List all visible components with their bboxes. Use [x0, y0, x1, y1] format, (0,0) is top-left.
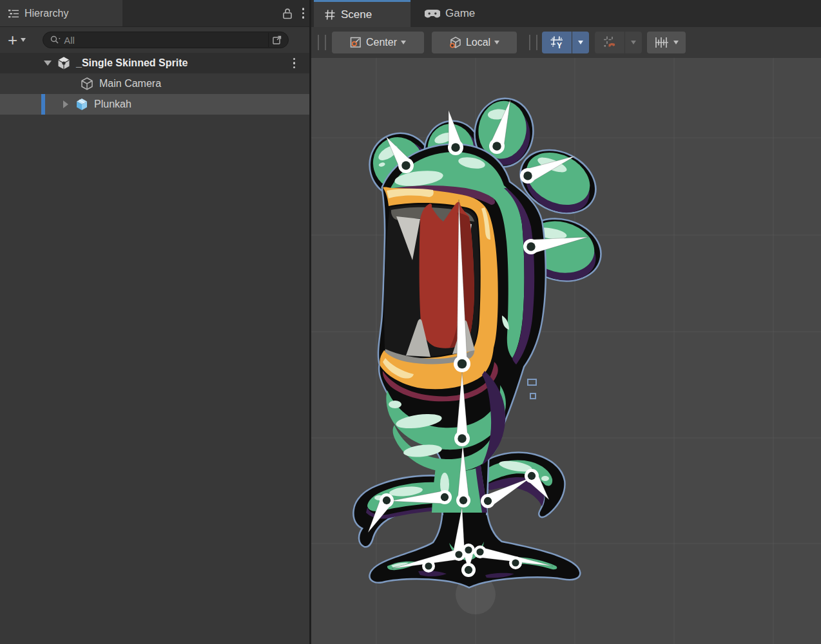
gameobject-row-camera[interactable]: Main Camera — [0, 73, 309, 94]
selection-outline-fragment — [528, 379, 536, 399]
search-text-field[interactable] — [63, 34, 268, 46]
grid-axis-icon: Y — [550, 35, 564, 50]
bone-joint[interactable] — [461, 563, 476, 577]
scene-header-row[interactable]: _Single Skinned Sprite — [0, 53, 309, 73]
unity-editor: Hierarchy + — [0, 0, 821, 644]
scene-grid-icon — [324, 9, 336, 21]
bone-joint[interactable] — [523, 239, 539, 254]
bone-joint[interactable] — [438, 490, 452, 504]
chevron-down-icon — [673, 41, 679, 44]
search-icon — [50, 35, 63, 45]
bone-joint[interactable] — [380, 493, 394, 507]
tab-game[interactable]: Game — [414, 0, 505, 27]
bone-joint[interactable] — [481, 494, 495, 508]
grid-snap-dropdown[interactable] — [625, 32, 642, 53]
scene-canvas[interactable] — [311, 58, 821, 644]
tab-scene[interactable]: Scene — [314, 0, 410, 27]
gameobject-name: Plunkah — [94, 99, 131, 110]
chevron-down-icon — [21, 38, 26, 42]
snap-magnet-icon — [603, 35, 617, 50]
bone-joint[interactable] — [456, 493, 470, 507]
bone-joint[interactable] — [509, 556, 522, 569]
add-object-button[interactable]: + — [8, 33, 26, 46]
hierarchy-tree: _Single Skinned Sprite Main Camera — [0, 53, 309, 115]
pivot-mode-label: Center — [366, 37, 397, 48]
bone-joint[interactable] — [454, 431, 470, 446]
pivot-center-icon — [350, 37, 362, 49]
bone-joint[interactable] — [448, 140, 463, 155]
snap-increment-icon — [654, 35, 670, 50]
unity-scene-icon — [57, 56, 71, 70]
scene-toolbar: Center Local Y — [311, 27, 821, 59]
lock-icon[interactable] — [282, 7, 293, 20]
game-tab-label: Game — [445, 7, 475, 20]
bone-joint[interactable] — [398, 158, 414, 173]
prefab-cube-icon — [75, 97, 89, 111]
hierarchy-icon — [8, 8, 19, 19]
plus-icon: + — [8, 33, 17, 46]
selection-accent-bar — [41, 94, 45, 115]
scene-panel: Scene Game Center — [311, 0, 821, 644]
svg-text:Y: Y — [557, 41, 562, 50]
chevron-down-icon — [494, 41, 499, 44]
local-space-icon — [449, 36, 462, 49]
hierarchy-panel: Hierarchy + — [0, 0, 309, 644]
grid-snap-button[interactable] — [595, 32, 624, 53]
bone-joint[interactable] — [520, 168, 536, 184]
scene-more-icon[interactable] — [293, 58, 296, 69]
orientation-label: Local — [466, 37, 490, 48]
search-input[interactable] — [43, 32, 289, 48]
tab-hierarchy[interactable]: Hierarchy — [0, 0, 122, 26]
plunkah-sprite[interactable] — [354, 95, 607, 587]
scene-tab-label: Scene — [341, 8, 372, 21]
snap-increment-dropdown[interactable] — [647, 32, 686, 53]
expand-arrow-icon[interactable] — [44, 61, 52, 66]
chevron-down-icon — [578, 41, 583, 44]
bone-joint[interactable] — [454, 355, 470, 372]
scene-viewport[interactable] — [311, 58, 821, 644]
bone-joint[interactable] — [474, 545, 487, 558]
toolbar-drag-handle[interactable] — [529, 35, 537, 50]
hierarchy-tabbar: Hierarchy — [0, 0, 309, 27]
toolbar-drag-handle[interactable] — [318, 35, 326, 50]
chevron-down-icon — [631, 41, 636, 44]
scene-tabbar: Scene Game — [311, 0, 821, 27]
pivot-mode-dropdown[interactable]: Center — [332, 32, 424, 53]
gameobject-name: Main Camera — [99, 78, 161, 90]
grid-options-dropdown[interactable] — [572, 32, 589, 53]
camera-cube-icon — [80, 77, 94, 91]
bone-joint[interactable] — [489, 138, 505, 154]
hierarchy-toolbar: + — [0, 27, 309, 53]
orientation-dropdown[interactable]: Local — [432, 32, 517, 53]
gameobject-row-plunkah[interactable]: Plunkah — [0, 94, 309, 115]
game-gamepad-icon — [425, 8, 440, 19]
grid-visibility-button[interactable]: Y — [542, 32, 572, 53]
chevron-down-icon — [401, 41, 406, 44]
bone-joint[interactable] — [525, 469, 539, 483]
bone-joint[interactable] — [462, 544, 475, 556]
bone-joint[interactable] — [422, 560, 435, 573]
hierarchy-more-icon[interactable] — [302, 8, 305, 19]
search-picker-icon[interactable] — [268, 33, 285, 47]
expand-arrow-icon[interactable] — [63, 100, 68, 108]
hierarchy-tab-label: Hierarchy — [24, 8, 68, 19]
scene-name: _Single Skinned Sprite — [76, 57, 188, 69]
hierarchy-window-actions — [282, 0, 305, 26]
